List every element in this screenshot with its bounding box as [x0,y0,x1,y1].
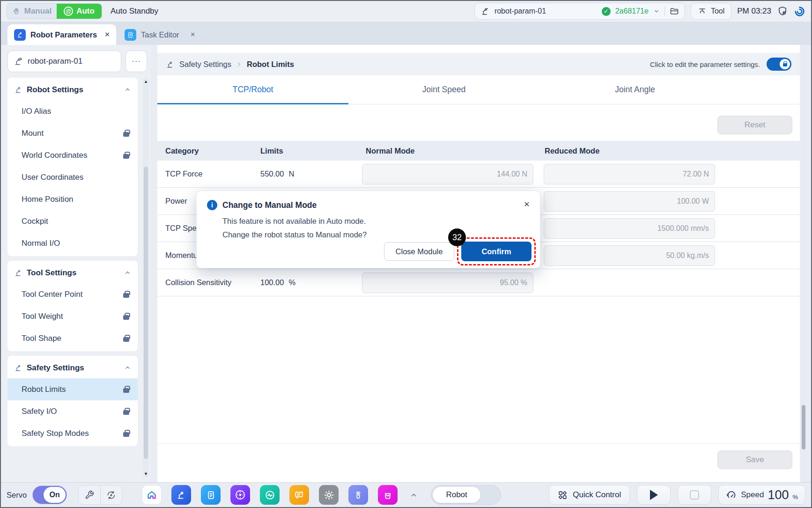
sidebar-item-user-coordinates[interactable]: User Coordinates [7,166,138,188]
home-app-icon[interactable] [142,485,162,505]
section-safety-settings[interactable]: Safety Settings [7,357,138,378]
robot-app-icon[interactable] [171,485,191,505]
sidebar-item-home-position[interactable]: Home Position [7,188,138,210]
normal-mode-input[interactable]: 95.00 % [362,272,533,293]
robot-parameters-icon [14,29,26,41]
version-check-icon: ✓ [602,7,611,16]
sidebar-item-safety-stop-modes[interactable]: Safety Stop Modes [7,422,138,444]
clock-text: PM 03:23 [737,7,771,16]
reduced-mode-input[interactable]: 50.00 kg.m/s [544,245,715,266]
divider [664,6,665,16]
robot-mode-switch[interactable]: Robot [431,485,501,505]
item-label: Home Position [22,195,74,204]
scroll-down-icon[interactable]: ▼ [143,471,149,476]
close-icon[interactable]: × [105,30,110,39]
dialog-message: This feature is not available in Auto mo… [197,210,540,242]
app-window: Manual @ Auto Auto Standby robot-param-0… [0,0,812,508]
save-button[interactable]: Save [717,450,792,469]
table-row: Collision Sensitivity 100.00% 95.00 % [157,269,800,296]
version-hash: 2a68171e [615,7,649,15]
breadcrumb-current: Robot Limits [247,60,294,69]
tool-button[interactable]: Tool [691,3,731,20]
section-tool-settings[interactable]: Tool Settings [7,262,138,283]
settings-app-icon[interactable] [319,485,339,505]
reduced-mode-input[interactable]: 100.00 W [544,191,715,212]
reset-button[interactable]: Reset [717,116,792,134]
tab-robot-parameters[interactable]: Robot Parameters × [7,24,116,45]
sidebar-scrollbar[interactable]: ▲ ▼ [143,78,149,478]
sidebar-item-robot-limits[interactable]: Robot Limits [7,378,138,400]
tool-gripper-icon [698,7,707,16]
edit-lock-toggle[interactable] [767,58,791,71]
remote-app-icon[interactable] [348,485,368,505]
speed-gauge-icon [726,489,737,501]
section-title: Tool Settings [27,268,76,278]
sidebar-item-mount[interactable]: Mount [7,122,138,144]
play-button[interactable] [637,485,671,505]
sidebar-item-io-alias[interactable]: I/O Alias [7,100,138,122]
change-to-manual-mode-dialog: i Change to Manual Mode × This feature i… [196,191,540,268]
stop-button[interactable] [678,485,711,505]
close-icon[interactable]: × [191,30,195,39]
confirm-button[interactable]: Confirm [461,242,531,261]
auto-mode-label: Auto [76,7,95,16]
robot-arm-icon [480,7,490,16]
table-header-row: Category Limits Normal Mode Reduced Mode [157,141,800,161]
servo-toggle[interactable]: On [32,486,67,504]
more-options-button[interactable]: ··· [125,51,147,72]
sidebar-item-tool-weight[interactable]: Tool Weight [7,305,138,327]
subtab-joint-speed[interactable]: Joint Speed [348,75,539,104]
recovery-spiral-icon[interactable] [794,6,805,17]
parameter-file-pill[interactable]: robot-param-01 ✓ 2a68171e [474,3,685,20]
subtab-tcp-robot[interactable]: TCP/Robot [157,75,348,104]
row-limit: 550.00 [260,169,284,178]
lock-icon [123,152,129,159]
sidebar-item-cockpit[interactable]: Cockpit [7,210,138,232]
close-icon[interactable]: × [524,199,530,209]
open-file-icon[interactable] [670,7,679,16]
tab-label: Task Editor [141,30,179,39]
chevron-up-icon[interactable] [124,86,131,93]
subtab-joint-angle[interactable]: Joint Angle [539,75,731,104]
monitor-app-icon[interactable] [260,485,280,505]
speed-button[interactable]: Speed 100 % [718,485,805,505]
sidebar-item-tool-center-point[interactable]: Tool Center Point [7,283,138,305]
jog-app-icon[interactable] [230,485,250,505]
store-app-icon[interactable] [378,485,398,505]
sidebar-item-world-coordinates[interactable]: World Coordinates [7,144,138,166]
close-module-button[interactable]: Close Module [384,242,454,261]
scrollbar-thumb[interactable] [802,405,805,449]
footer-divider [157,443,800,444]
sidebar-item-tool-shape[interactable]: Tool Shape [7,327,138,349]
lock-icon [123,291,129,298]
reduced-mode-input[interactable]: 1500.000 mm/s [544,218,715,239]
chevron-down-icon[interactable] [653,8,660,15]
page-scrollbar[interactable] [801,45,806,482]
reduced-mode-input[interactable]: 72.00 N [544,164,715,184]
scroll-up-icon[interactable]: ▲ [143,79,149,84]
param-name-field[interactable]: robot-param-01 [7,51,121,72]
chevron-up-icon[interactable] [124,269,131,276]
edit-hint-text: Click to edit the parameter settings. [650,60,760,68]
expand-apps-chevron-icon[interactable] [410,491,418,499]
normal-mode-input[interactable]: 144.00 N [362,164,533,184]
shield-lock-icon[interactable] [777,6,788,17]
auto-mode-button[interactable]: @ Auto [57,4,102,19]
safety-settings-panel: Safety Settings Robot Limits Safety I/O … [7,356,138,446]
quick-control-button[interactable]: Quick Control [549,485,630,505]
jog-refresh-icon[interactable] [100,486,122,504]
play-icon [650,490,658,500]
task-app-icon[interactable] [201,485,221,505]
sidebar-item-safety-io[interactable]: Safety I/O [7,400,138,422]
section-robot-settings[interactable]: Robot Settings [7,79,138,100]
manual-mode-button[interactable]: Manual [7,4,57,19]
breadcrumb-parent[interactable]: Safety Settings [179,60,231,69]
message-app-icon[interactable] [289,485,309,505]
sidebar-item-normal-io[interactable]: Normal I/O [7,232,138,254]
scrollbar-thumb[interactable] [144,167,148,459]
section-title: Robot Settings [27,85,83,95]
wrench-icon[interactable] [79,486,100,504]
chevron-up-icon[interactable] [124,364,131,371]
tab-task-editor[interactable]: Task Editor × [118,24,202,45]
lock-icon [123,386,129,393]
